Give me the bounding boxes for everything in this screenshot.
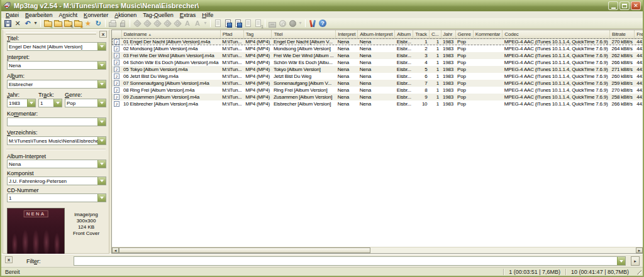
- table-row[interactable]: ♪01 Engel Der Nacht [Album Version].m4aM…: [112, 38, 643, 45]
- maximize-button[interactable]: [619, 1, 630, 10]
- options-icon[interactable]: [308, 18, 318, 28]
- scrollbar-thumb[interactable]: [119, 247, 370, 253]
- jahr-field[interactable]: 1983: [7, 99, 36, 107]
- column-header-interpret[interactable]: Interpret: [336, 30, 358, 38]
- album-interpret-value[interactable]: Nena: [8, 161, 97, 167]
- menu-ansicht[interactable]: Ansicht: [56, 12, 81, 18]
- cell-frequenz: 44100 Hz: [635, 73, 643, 80]
- scroll-left-icon[interactable]: ◄: [112, 247, 119, 253]
- column-header-genre[interactable]: Genre: [455, 30, 473, 38]
- resize-grip[interactable]: [634, 268, 643, 276]
- remove-icon[interactable]: ✕: [13, 18, 23, 28]
- column-header-icon[interactable]: [112, 30, 121, 38]
- column-header-album_interpret[interactable]: Album-Interpret: [358, 30, 395, 38]
- menu-bearbeiten[interactable]: Bearbeiten: [22, 12, 56, 18]
- column-header-frequenz[interactable]: Frequenz: [635, 30, 643, 38]
- genre-dropdown-icon[interactable]: [97, 99, 106, 107]
- album-interpret-field[interactable]: Nena: [7, 160, 106, 168]
- jahr-dropdown-icon[interactable]: [27, 99, 35, 107]
- jahr-value[interactable]: 1983: [8, 100, 27, 106]
- table-row[interactable]: ♪09 Zusammen [Album Version].m4aM:\iTun.…: [112, 94, 643, 100]
- scroll-right-icon[interactable]: ►: [636, 247, 643, 253]
- filter-input[interactable]: [74, 257, 617, 265]
- verzeichnis-value[interactable]: M:\iTunes\iTunes Music\Nena\Eisbrecher: [8, 138, 97, 144]
- favorite-directories-icon[interactable]: ★: [73, 18, 83, 28]
- column-header-track[interactable]: Track: [413, 30, 430, 38]
- column-header-titel[interactable]: Titel: [272, 30, 336, 38]
- kommentar-dropdown-icon[interactable]: [97, 118, 106, 126]
- table-row[interactable]: ♪10 Eisbrecher [Album Version].m4aM:\iTu…: [112, 100, 643, 107]
- table-row[interactable]: ♪05 Tokyo [Album Version].m4aM:\iTun...M…: [112, 66, 643, 73]
- scrollbar-track[interactable]: [119, 247, 636, 253]
- album-interpret-dropdown-icon[interactable]: [97, 160, 106, 168]
- minimize-button[interactable]: [608, 1, 618, 10]
- favorites-icon[interactable]: ★: [83, 18, 93, 28]
- genre-value[interactable]: Pop: [65, 100, 97, 106]
- verzeichnis-field[interactable]: M:\iTunes\iTunes Music\Nena\Eisbrecher: [7, 136, 106, 145]
- cell-kommentar: [473, 87, 502, 94]
- horizontal-scrollbar[interactable]: ◄ ►: [112, 247, 643, 253]
- undo-icon[interactable]: ↶: [23, 18, 33, 28]
- cell-track: 7: [413, 80, 430, 87]
- column-header-codec[interactable]: Codec: [502, 30, 610, 38]
- help-icon[interactable]: ?: [318, 18, 328, 28]
- titel-dropdown-icon[interactable]: [97, 43, 106, 50]
- change-directory-icon[interactable]: →: [43, 18, 53, 28]
- save-icon[interactable]: [3, 18, 13, 28]
- cd-nummer-field[interactable]: 1: [7, 193, 106, 202]
- table-row[interactable]: ♪04 Schön Wär Es Doch [Album Version].m4…: [112, 59, 643, 66]
- column-header-album[interactable]: Album: [395, 30, 413, 38]
- filter-dropdown-icon[interactable]: [617, 257, 625, 265]
- kommentar-field[interactable]: [7, 117, 106, 126]
- menu-extras[interactable]: Extras: [177, 12, 199, 18]
- refresh-icon[interactable]: ↻: [93, 18, 103, 28]
- menu-konverter[interactable]: Konverter: [80, 12, 111, 18]
- album-dropdown-icon[interactable]: [97, 80, 106, 88]
- menu-datei[interactable]: Datei: [3, 12, 22, 18]
- title-bar[interactable]: Mp3tag v2.54 - M:\iTunes\iTunes Music\Ne…: [1, 0, 643, 11]
- export-icon[interactable]: [233, 18, 243, 28]
- album-field[interactable]: Eisbrecher: [7, 80, 106, 89]
- menu-aktionen[interactable]: Aktionen: [111, 12, 140, 18]
- cd-nummer-value[interactable]: 1: [8, 195, 97, 201]
- parent-directory-icon[interactable]: ↑: [53, 18, 63, 28]
- table-row[interactable]: ♪02 Mondsong [Album Version].m4aM:\iTun.…: [112, 45, 643, 52]
- track-dropdown-icon[interactable]: [53, 99, 62, 107]
- table-row[interactable]: ♪08 Ring Frei [Album Version].m4aM:\iTun…: [112, 87, 643, 94]
- column-header-c[interactable]: C...: [429, 30, 441, 38]
- genre-field[interactable]: Pop: [65, 99, 106, 107]
- playlist-icon[interactable]: [223, 18, 233, 28]
- track-value[interactable]: 1: [39, 100, 53, 106]
- column-header-kommentar[interactable]: Kommentar: [473, 30, 502, 38]
- titel-value[interactable]: Engel Der Nacht [Album Version]: [8, 44, 97, 50]
- table-row[interactable]: ♪03 Frei Wie Der Wind [Album Version].m4…: [112, 52, 643, 59]
- filter-close-button[interactable]: x: [5, 256, 13, 263]
- table-row[interactable]: ♪07 Sonnenaufgang [Album Version].m4aM:\…: [112, 80, 643, 87]
- close-button[interactable]: ✕: [631, 1, 641, 10]
- column-header-bitrate[interactable]: Bitrate: [610, 30, 635, 38]
- verzeichnis-dropdown-icon[interactable]: [97, 137, 106, 144]
- komponist-field[interactable]: J.U. Fahrenkrog-Petersen: [7, 177, 106, 185]
- edit-directory-icon[interactable]: ✎: [63, 18, 73, 28]
- menu-hilfe[interactable]: Hilfe: [199, 12, 216, 18]
- cd-nummer-dropdown-icon[interactable]: [97, 194, 106, 202]
- column-header-dateiname[interactable]: Dateiname▴: [121, 30, 220, 38]
- column-header-jahr[interactable]: Jahr: [441, 30, 455, 38]
- panel-grip-handle[interactable]: [6, 32, 96, 35]
- panel-close-button[interactable]: x: [99, 31, 107, 38]
- track-field[interactable]: 1: [38, 99, 62, 107]
- titel-field[interactable]: Engel Der Nacht [Album Version]: [7, 42, 106, 51]
- column-header-pfad[interactable]: Pfad: [220, 30, 243, 38]
- menu-tag-quellen[interactable]: Tag-Quellen: [140, 12, 177, 18]
- komponist-value[interactable]: J.U. Fahrenkrog-Petersen: [8, 178, 97, 184]
- undo-dropdown-icon[interactable]: ▾: [33, 18, 38, 28]
- interpret-value[interactable]: Nena: [8, 63, 97, 68]
- komponist-dropdown-icon[interactable]: [97, 177, 106, 185]
- filter-advance-button[interactable]: ▸: [631, 256, 640, 266]
- interpret-dropdown-icon[interactable]: [97, 62, 106, 69]
- cell-tag: MP4 (MP4): [243, 66, 272, 73]
- column-header-tag[interactable]: Tag: [243, 30, 272, 38]
- table-row[interactable]: ♪06 Jetzt Bist Du Weg.m4aM:\iTun...MP4 (…: [112, 73, 643, 80]
- interpret-field[interactable]: Nena: [7, 61, 106, 70]
- album-value[interactable]: Eisbrecher: [8, 82, 97, 87]
